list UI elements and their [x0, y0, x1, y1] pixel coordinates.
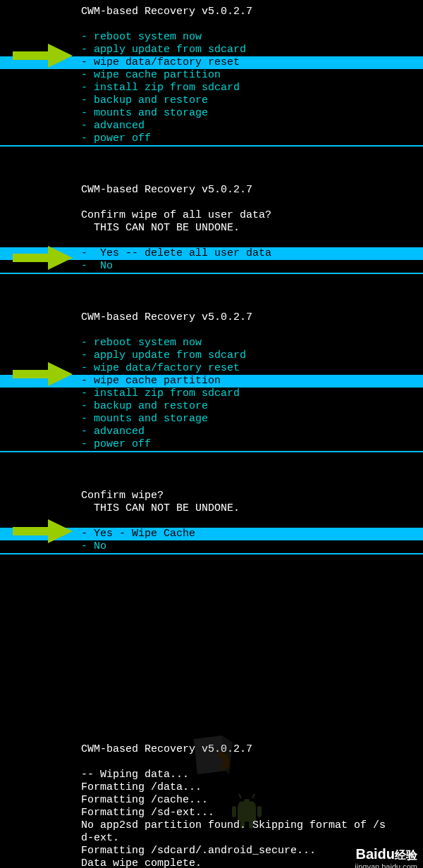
- svg-point-6: [241, 799, 244, 802]
- menu-item-wipe-cache[interactable]: - wipe cache partition: [81, 69, 423, 82]
- confirm-warning: THIS CAN NOT BE UNDONE.: [0, 222, 423, 235]
- log-line: d-ext.: [0, 832, 423, 845]
- recovery-screen-4: Confirm wipe? THIS CAN NOT BE UNDONE. - …: [0, 484, 423, 554]
- watermark-url: jingyan.baidu.com: [355, 862, 417, 868]
- svg-line-8: [239, 794, 241, 798]
- recovery-screen-1: CWM-based Recovery v5.0.2.7 - reboot sys…: [0, 0, 423, 147]
- menu-item-apply-update[interactable]: - apply update from sdcard: [81, 44, 423, 56]
- watermark: Baidu经验 jingyan.baidu.com: [355, 845, 417, 868]
- svg-rect-13: [249, 820, 253, 829]
- confirm-no[interactable]: - No: [81, 540, 423, 553]
- divider: [0, 553, 423, 554]
- screen-title: CWM-based Recovery v5.0.2.7: [0, 311, 423, 324]
- divider: [0, 451, 423, 452]
- menu-item-mounts[interactable]: - mounts and storage: [81, 413, 423, 426]
- menu-item-mounts[interactable]: - mounts and storage: [81, 107, 423, 120]
- confirm-question: Confirm wipe?: [0, 490, 423, 502]
- divider: [0, 273, 423, 274]
- main-menu: - reboot system now - apply update from …: [0, 337, 423, 451]
- menu-item-power-off[interactable]: - power off: [81, 132, 423, 145]
- svg-line-9: [252, 794, 255, 798]
- log-line: Formatting /cache...: [0, 794, 423, 807]
- box-icon: [187, 732, 236, 793]
- svg-rect-5: [238, 805, 256, 822]
- screen-title: CWM-based Recovery v5.0.2.7: [0, 184, 423, 197]
- menu-item-wipe-data[interactable]: - wipe data/factory reset: [81, 362, 423, 375]
- svg-rect-12: [240, 820, 245, 829]
- recovery-screen-2: CWM-based Recovery v5.0.2.7 Confirm wipe…: [0, 178, 423, 274]
- confirm-no[interactable]: - No: [81, 260, 423, 273]
- menu-item-power-off[interactable]: - power off: [81, 438, 423, 451]
- screen-title: CWM-based Recovery v5.0.2.7: [0, 6, 423, 18]
- pointer-arrow-icon: [13, 44, 73, 68]
- svg-rect-11: [257, 806, 262, 817]
- android-icon: [229, 792, 264, 835]
- pointer-arrow-icon: [13, 362, 73, 386]
- confirm-warning: THIS CAN NOT BE UNDONE.: [0, 502, 423, 515]
- pointer-arrow-icon: [13, 519, 73, 543]
- pointer-arrow-icon: [13, 246, 73, 270]
- menu-item-advanced[interactable]: - advanced: [81, 426, 423, 438]
- menu-item-backup[interactable]: - backup and restore: [81, 400, 423, 413]
- menu-item-apply-update[interactable]: - apply update from sdcard: [81, 349, 423, 362]
- menu-item-reboot[interactable]: - reboot system now: [81, 337, 423, 349]
- log-line: Formatting /sd-ext...: [0, 807, 423, 819]
- menu-item-advanced[interactable]: - advanced: [81, 120, 423, 132]
- svg-point-7: [250, 799, 252, 802]
- confirm-question: Confirm wipe of all user data?: [0, 209, 423, 222]
- watermark-brand: Baidu: [355, 846, 395, 862]
- menu-item-install-zip[interactable]: - install zip from sdcard: [81, 388, 423, 400]
- watermark-brand-cn: 经验: [395, 849, 417, 861]
- recovery-screen-3: CWM-based Recovery v5.0.2.7 - reboot sys…: [0, 306, 423, 452]
- svg-rect-10: [232, 806, 236, 817]
- log-line: No app2sd partition found. Skipping form…: [0, 819, 423, 832]
- divider: [0, 145, 423, 147]
- menu-item-backup[interactable]: - backup and restore: [81, 94, 423, 107]
- menu-item-reboot[interactable]: - reboot system now: [81, 31, 423, 44]
- menu-item-install-zip[interactable]: - install zip from sdcard: [81, 82, 423, 94]
